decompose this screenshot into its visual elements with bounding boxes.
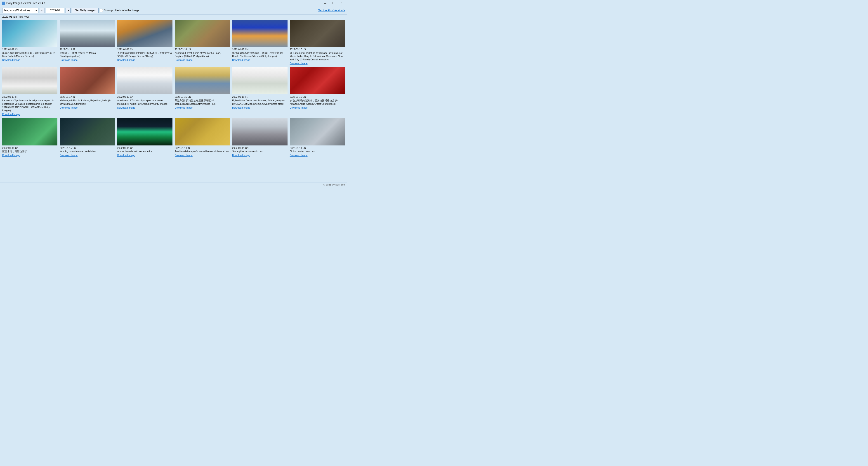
show-profile-label[interactable]: Show profile info in the image. (100, 9, 140, 12)
image-description: Le bassin d'Apollon sous la neige dans l… (2, 99, 57, 112)
date-input[interactable] (46, 8, 64, 13)
image-meta: 2022-01-15 USWinding mountain road aeria… (60, 146, 115, 157)
image-thumbnail (232, 67, 287, 94)
prev-button[interactable]: < (40, 8, 45, 13)
download-link[interactable]: Download Image (290, 106, 345, 110)
image-thumbnail (60, 118, 115, 145)
image-description: Stone pillar mountains in mist (232, 150, 287, 153)
image-thumbnail (2, 67, 57, 94)
download-link[interactable]: Download Image (2, 58, 57, 62)
status-bar: 2022-01 (38 Pics, WW) (0, 15, 347, 19)
image-thumbnail (60, 67, 115, 94)
image-item: 2022-01-17 FRLe bassin d'Apollon sous la… (2, 67, 57, 116)
download-link[interactable]: Download Image (175, 58, 230, 62)
download-link[interactable]: Download Image (232, 58, 287, 62)
image-thumbnail (290, 67, 345, 94)
image-meta: 2022-01-18 USAshdown Forest, home of Win… (175, 48, 230, 62)
download-link[interactable]: Download Image (175, 106, 230, 110)
image-thumbnail (290, 20, 345, 47)
image-meta: 2022-01-17 INMehrangarh Fort in Jodhpur,… (60, 95, 115, 109)
main-content[interactable]: 2022-01-19 CN格雷厄姆海峡的阿德利企鹅，南极洲南极半岛 (© Nic… (0, 19, 347, 182)
download-link[interactable]: Download Image (232, 154, 287, 157)
image-description: Winding mountain road aerial view (60, 150, 115, 153)
image-meta: 2022-01-17 CN博格豪森镇和萨尔察赫河，德国巴伐利亚州 (© Hara… (232, 48, 287, 62)
source-dropdown[interactable]: bing.com(Worldwide) bing.com(US) bing.co… (2, 8, 38, 13)
window-controls: — ☐ ✕ (321, 0, 345, 6)
image-thumbnail (117, 118, 173, 145)
image-meta: 2022-01-18 CN克卢恩国家公园保护区的山脉和冰川，加拿大大省空地区 (… (117, 48, 173, 62)
image-item: 2022-01-14 INTraditional drum performer … (175, 118, 230, 157)
image-description: Areal view of Toronto cityscapes on a wi… (117, 99, 173, 106)
get-daily-images-button[interactable]: Get Daily Images (72, 8, 98, 13)
image-item: 2022-01-18 CN克卢恩国家公园保护区的山脉和冰川，加拿大大省空地区 (… (117, 20, 173, 65)
image-date-region: 2022-01-19 CN (2, 48, 57, 51)
download-link[interactable]: Download Image (2, 154, 57, 157)
image-thumbnail (232, 118, 287, 145)
status-text: 2022-01 (38 Pics, WW) (2, 15, 30, 18)
download-link[interactable]: Download Image (232, 106, 287, 110)
image-item: 2022-01-17 INMehrangarh Fort in Jodhpur,… (60, 67, 115, 116)
image-description: 格雷厄姆海峡的阿德利企鹅，南极洲南极半岛 (© Nick Garbutt/Min… (2, 51, 57, 58)
image-description: 夫婦岩，三重県 伊勢市 (© Marco Gaiotti/plainpictur… (60, 51, 115, 58)
image-description: 农场上晾晒的红辣椒，孟加拉国博格拉县 (© Amazing Aerial Age… (290, 99, 345, 106)
maximize-button[interactable]: ☐ (329, 0, 337, 6)
download-link[interactable]: Download Image (2, 113, 57, 116)
image-thumbnail (290, 118, 345, 145)
image-item: 2022-01-17 CAAreal view of Toronto citys… (117, 67, 173, 116)
image-description: 蓝色水池，哥斯达黎加 (2, 150, 57, 153)
toolbar: bing.com(Worldwide) bing.com(US) bing.co… (0, 6, 347, 15)
next-button[interactable]: > (66, 8, 70, 13)
image-description: Bird on winter branches (290, 150, 345, 153)
image-thumbnail (60, 20, 115, 47)
download-link[interactable]: Download Image (60, 58, 115, 62)
image-item: 2022-01-17 CN博格豪森镇和萨尔察赫河，德国巴伐利亚州 (© Hara… (232, 20, 287, 65)
image-item: 2022-01-18 USAshdown Forest, home of Win… (175, 20, 230, 65)
image-thumbnail (2, 118, 57, 145)
image-date-region: 2022-01-18 CN (117, 48, 173, 51)
image-meta: 2022-01-19 CN格雷厄姆海峡的阿德利企鹅，南极洲南极半岛 (© Nic… (2, 48, 57, 62)
show-profile-checkbox[interactable] (100, 9, 103, 12)
image-item: 2022-01-14 CNStone pillar mountains in m… (232, 118, 287, 157)
image-meta: 2022-01-16 FRÉglise Notre-Dame-des-Pauvr… (232, 95, 287, 109)
download-link[interactable]: Download Image (290, 62, 345, 65)
footer-copyright: © 2021 by SLITSoft (323, 183, 345, 186)
image-date-region: 2022-01-15 CN (290, 95, 345, 99)
image-date-region: 2022-01-15 CN (2, 146, 57, 150)
image-description: Aurora borealis with ancient ruins (117, 150, 173, 153)
image-description: 克卢恩国家公园保护区的山脉和冰川，加拿大大省空地区 (© Design Pics… (117, 51, 173, 58)
download-link[interactable]: Download Image (117, 154, 173, 157)
image-item: 2022-01-14 CNAurora borealis with ancien… (117, 118, 173, 157)
image-item: 2022-01-19 CN格雷厄姆海峡的阿德利企鹅，南极洲南极半岛 (© Nic… (2, 20, 57, 65)
image-meta: 2022-01-17 USMLK memorial sculpture by W… (290, 48, 345, 65)
download-link[interactable]: Download Image (117, 106, 173, 110)
image-thumbnail (232, 20, 287, 47)
download-link[interactable]: Download Image (60, 106, 115, 110)
image-grid: 2022-01-19 CN格雷厄姆海峡的阿德利企鹅，南极洲南极半岛 (© Nic… (2, 20, 345, 159)
image-date-region: 2022-01-17 IN (60, 95, 115, 99)
download-link[interactable]: Download Image (175, 154, 230, 157)
image-thumbnail (117, 20, 173, 47)
image-meta: 2022-01-15 CN农场上晾晒的红辣椒，孟加拉国博格拉县 (© Amazi… (290, 95, 345, 109)
image-description: 莱达尔湖, 英格兰坎布里亚郡湖区 (© Tranquillian1/iStock… (175, 99, 230, 106)
image-item: 2022-01-15 CN农场上晾晒的红辣椒，孟加拉国博格拉县 (© Amazi… (290, 67, 345, 116)
image-meta: 2022-01-14 INTraditional drum performer … (175, 146, 230, 157)
download-link[interactable]: Download Image (60, 154, 115, 157)
close-button[interactable]: ✕ (337, 0, 345, 6)
image-date-region: 2022-01-14 CN (232, 146, 287, 150)
download-link[interactable]: Download Image (290, 154, 345, 157)
image-item: 2022-01-17 USMLK memorial sculpture by W… (290, 20, 345, 65)
image-meta: 2022-01-14 CNStone pillar mountains in m… (232, 146, 287, 157)
image-date-region: 2022-01-19 JP (60, 48, 115, 51)
minimize-button[interactable]: — (321, 0, 329, 6)
app-title: Daily Images Viewer Free v1.4.1 (6, 2, 45, 5)
image-date-region: 2022-01-16 CN (175, 95, 230, 99)
plus-version-link[interactable]: Get the Plus Version > (318, 9, 345, 12)
image-date-region: 2022-01-13 US (290, 146, 345, 150)
image-meta: 2022-01-17 FRLe bassin d'Apollon sous la… (2, 95, 57, 116)
image-item: 2022-01-16 FRÉglise Notre-Dame-des-Pauvr… (232, 67, 287, 116)
image-description: MLK memorial sculpture by William Tarr o… (290, 51, 345, 61)
image-description: Ashdown Forest, home of Winnie-the-Pooh,… (175, 51, 230, 58)
image-thumbnail (175, 67, 230, 94)
image-description: Mehrangarh Fort in Jodhpur, Rajasthan, I… (60, 99, 115, 106)
download-link[interactable]: Download Image (117, 58, 173, 62)
